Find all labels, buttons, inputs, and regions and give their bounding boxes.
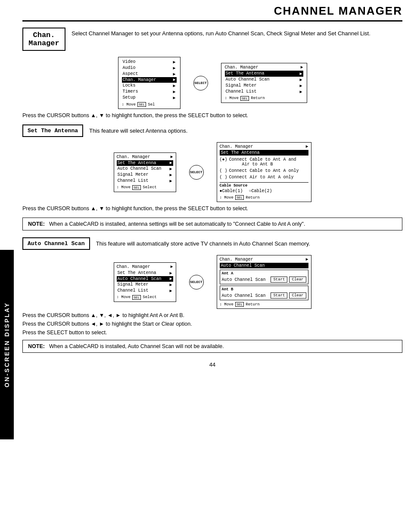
intro-right-screen: Chan. Manager ► Set The Antenna▶ Auto Ch… bbox=[221, 63, 307, 103]
scan-left-set-antenna: Set The Antenna▶ bbox=[117, 270, 173, 276]
scan-left-signal: Signal Meter▶ bbox=[117, 282, 173, 288]
ant-a-section: Ant A Auto Channel Scan Start Clear bbox=[220, 270, 308, 284]
scan-right-subtitle: Auto Channel Scan bbox=[220, 263, 308, 268]
scan-left-channel-list: Channel List▶ bbox=[117, 288, 173, 294]
scan-left-auto-scan: Auto Channel Scan► bbox=[117, 276, 173, 282]
note-scan-text: When a CableCARD is installed, Auto Chan… bbox=[49, 343, 224, 349]
intro-section: Chan.Manager Select Channel Manager to s… bbox=[22, 28, 402, 51]
ant-b-scan-row: Auto Channel Scan Start Clear bbox=[222, 292, 306, 299]
ant-b-clear-button[interactable]: Clear bbox=[289, 292, 306, 299]
menu-row-locks: Locks▶ bbox=[122, 83, 177, 89]
antenna-left-screen: Chan. Manager ► Set The Antenna► Auto Ch… bbox=[114, 152, 176, 192]
note-scan-box: NOTE: When a CableCARD is installed, Aut… bbox=[22, 340, 402, 353]
ant-a-title: Ant A bbox=[222, 271, 306, 276]
select-arrow-antenna: SELECT bbox=[189, 165, 204, 180]
intro-right-auto-scan: Auto Channel Scan▶ bbox=[225, 77, 303, 83]
press-instruction-1: Press the CURSOR buttons ▲, ▼ to highlig… bbox=[22, 112, 402, 118]
press-instruction-3b: Press the CURSOR buttons ◄, ► to highlig… bbox=[22, 321, 402, 327]
antenna-option-2: ( ) Connect Cable to Ant A only bbox=[220, 168, 308, 174]
auto-scan-row: Auto Channel Scan This feature will auto… bbox=[22, 237, 402, 250]
note-antenna-box: NOTE: When a CableCARD is installed, ant… bbox=[22, 218, 402, 230]
set-antenna-label: Set The Antenna bbox=[22, 124, 83, 137]
ant-b-title: Ant B bbox=[222, 287, 306, 292]
intro-description: Select Channel Manager to set your Anten… bbox=[72, 28, 371, 38]
intro-right-signal: Signal Meter▶ bbox=[225, 83, 303, 89]
scan-left-screen: Chan. Manager ► Set The Antenna▶ Auto Ch… bbox=[114, 262, 176, 302]
menu-row-chan-manager: Chan. Manager► bbox=[122, 77, 177, 83]
antenna-option-1: (●) Connect Cable to Ant A and Air to An… bbox=[220, 156, 308, 168]
antenna-left-title: Chan. Manager ► bbox=[117, 155, 173, 159]
menu-row-aspect: Aspect▶ bbox=[122, 71, 177, 77]
menu-row-audio: Audio▶ bbox=[122, 65, 177, 71]
select-arrow-intro: SELECT bbox=[193, 76, 208, 90]
cable-options: ●Cable(1) ○Cable(2) bbox=[220, 189, 308, 193]
menu-row-video: Video▶ bbox=[122, 59, 177, 65]
page-title: CHANNEL MANAGER bbox=[22, 4, 402, 22]
select-arrow-scan: SELECT bbox=[189, 275, 204, 289]
antenna-right-title: Chan. Manager ► bbox=[220, 144, 308, 149]
antenna-left-status: ↕ Move SEL Select bbox=[117, 185, 173, 190]
ant-b-section: Ant B Auto Channel Scan Start Clear bbox=[220, 286, 308, 300]
intro-right-set-antenna: Set The Antenna▶ bbox=[225, 71, 303, 77]
antenna-right-screen: Chan. Manager ► Set The Antenna (●) Conn… bbox=[217, 142, 311, 202]
intro-right-title-row: Chan. Manager ► bbox=[225, 65, 303, 70]
intro-left-status: ↕ Move SEL Sel bbox=[122, 102, 177, 107]
scan-left-title: Chan. Manager ► bbox=[117, 264, 173, 269]
antenna-left-auto-scan: Auto Channel Scan▶ bbox=[117, 166, 173, 172]
note-antenna-text: When a CableCARD is installed, antenna s… bbox=[49, 221, 305, 227]
ant-a-clear-button[interactable]: Clear bbox=[289, 277, 306, 283]
cable-source-title: Cable Source bbox=[220, 184, 308, 188]
note-antenna-label: NOTE: bbox=[28, 221, 45, 227]
set-antenna-row: Set The Antenna This feature will select… bbox=[22, 124, 402, 137]
antenna-left-signal: Signal Meter▶ bbox=[117, 172, 173, 178]
auto-scan-desc: This feature will automatically store ac… bbox=[96, 240, 310, 247]
antenna-right-subtitle: Set The Antenna bbox=[220, 150, 308, 156]
set-antenna-desc: This feature will select Antenna options… bbox=[89, 128, 187, 134]
auto-scan-label: Auto Channel Scan bbox=[22, 237, 90, 250]
press-instruction-3a: Press the CURSOR buttons ▲, ▼, ◄, ► to h… bbox=[22, 312, 402, 318]
antenna-left-set-antenna: Set The Antenna► bbox=[117, 160, 173, 166]
scan-right-screen: Chan. Manager ► Auto Channel Scan Ant A … bbox=[217, 255, 311, 309]
antenna-option-3: ( ) Connect Air to Ant A only bbox=[220, 174, 308, 180]
scan-right-title: Chan. Manager ► bbox=[220, 257, 308, 262]
scan-left-status: ↕ Move SEL Select bbox=[117, 295, 173, 300]
page-number: 44 bbox=[22, 361, 402, 368]
press-instruction-3c: Press the SELECT button to select. bbox=[22, 330, 402, 336]
chan-manager-box: Chan.Manager bbox=[22, 28, 65, 51]
note-scan-label: NOTE: bbox=[28, 343, 45, 349]
sidebar-label: ON-SCREEN DISPLAY bbox=[0, 250, 14, 439]
antenna-left-channel-list: Channel List▶ bbox=[117, 178, 173, 184]
ant-a-scan-row: Auto Channel Scan Start Clear bbox=[222, 277, 306, 283]
scan-right-status: ↕ Move SEL Return bbox=[220, 302, 308, 307]
intro-screens-section: Video▶ Audio▶ Aspect▶ Chan. Manager► Loc… bbox=[22, 57, 402, 109]
intro-right-status: ↕ Move SEL Return bbox=[225, 96, 303, 101]
cable-source-section: Cable Source ●Cable(1) ○Cable(2) bbox=[220, 182, 308, 193]
menu-row-setup: Setup▶ bbox=[122, 95, 177, 101]
scan-screens-section: Chan. Manager ► Set The Antenna▶ Auto Ch… bbox=[22, 255, 402, 309]
ant-b-start-button[interactable]: Start bbox=[271, 292, 287, 299]
antenna-screens-section: Chan. Manager ► Set The Antenna► Auto Ch… bbox=[22, 142, 402, 202]
ant-a-start-button[interactable]: Start bbox=[271, 277, 287, 283]
antenna-right-status: ↕ Move SEL Return bbox=[220, 195, 308, 200]
intro-right-channel-list: Channel List▶ bbox=[225, 89, 303, 95]
press-instruction-2: Press the CURSOR buttons ▲, ▼ to highlig… bbox=[22, 205, 402, 212]
menu-row-timers: Timers▶ bbox=[122, 89, 177, 95]
intro-left-screen: Video▶ Audio▶ Aspect▶ Chan. Manager► Loc… bbox=[118, 57, 181, 109]
